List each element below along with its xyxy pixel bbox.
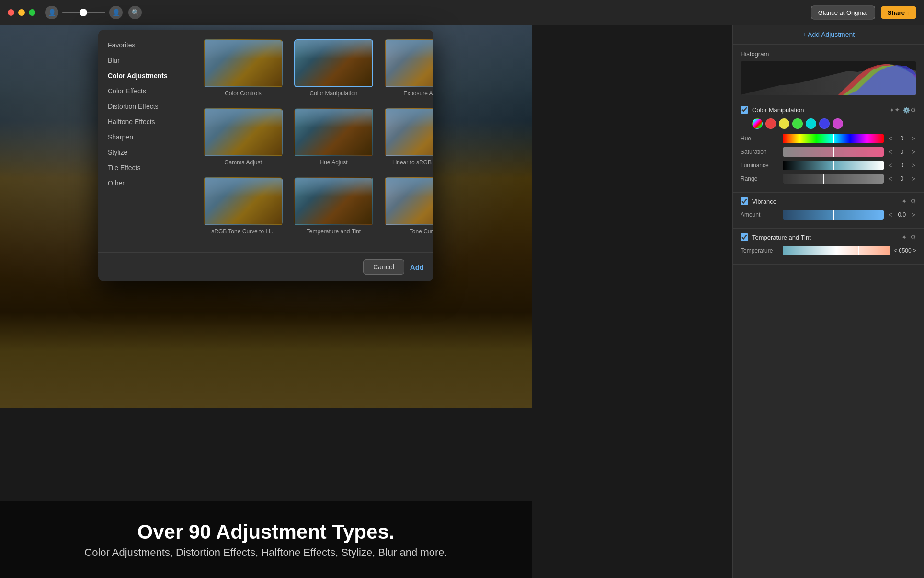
titlebar-actions: Glance at Original Share ↑ — [811, 6, 916, 20]
saturation-slider[interactable] — [783, 147, 884, 157]
sidebar-item-favorites[interactable]: Favorites — [98, 37, 194, 53]
filter-name-color-manipulation: Color Manipulation — [309, 90, 357, 97]
cancel-button[interactable]: Cancel — [363, 259, 404, 275]
wand-icon[interactable]: ✦ — [890, 106, 900, 114]
color-circle-cyan[interactable] — [806, 118, 816, 129]
sidebar-item-tile-effects[interactable]: Tile Effects — [98, 160, 194, 175]
sidebar-item-color-adjustments[interactable]: Color Adjustments — [98, 68, 194, 83]
temperature-value: < 6500 > — [894, 247, 916, 254]
luminance-label: Luminance — [741, 162, 779, 169]
maximize-button[interactable] — [29, 9, 35, 16]
color-circle-red[interactable] — [765, 118, 776, 129]
temperature-tint-title: Temperature and Tint — [752, 234, 898, 241]
color-manipulation-title: Color Manipulation — [752, 106, 886, 114]
close-button[interactable] — [8, 9, 14, 16]
saturation-value: 0 — [895, 149, 909, 155]
filter-grid-container: Color Controls Color Manipulation Exposu… — [194, 30, 433, 252]
filter-thumb-color-manipulation — [294, 39, 373, 87]
vibrance-wand-icon[interactable]: ✦ — [901, 197, 907, 205]
minimize-button[interactable] — [18, 9, 25, 16]
range-value: 0 — [895, 175, 909, 182]
filter-thumb-linear-to-srgb — [385, 108, 433, 156]
range-slider[interactable] — [783, 174, 884, 184]
sidebar-item-blur[interactable]: Blur — [98, 53, 194, 68]
histogram-section: Histogram — [733, 45, 924, 101]
saturation-decrement[interactable]: < — [888, 148, 893, 156]
sidebar-item-halftone-effects[interactable]: Halftone Effects — [98, 114, 194, 129]
color-circle-yellow[interactable] — [779, 118, 789, 129]
luminance-decrement[interactable]: < — [888, 162, 893, 169]
sidebar-item-distortion-effects[interactable]: Distortion Effects — [98, 99, 194, 114]
hue-decrement[interactable]: < — [888, 135, 893, 142]
temperature-tint-checkbox[interactable] — [741, 233, 748, 241]
temperature-slider[interactable] — [783, 246, 890, 255]
add-adjustment-button[interactable]: + Add Adjustment — [802, 31, 855, 38]
luminance-value-controls: < 0 > — [888, 162, 916, 169]
filter-name-linear-to-srgb: Linear to sRGB Tone C... — [392, 159, 433, 166]
glance-at-original-button[interactable]: Glance at Original — [811, 6, 875, 20]
brightness-slider[interactable] — [62, 12, 105, 13]
color-circle-blue[interactable] — [819, 118, 830, 129]
range-value-controls: < 0 > — [888, 175, 916, 183]
filter-name-tone-curve: Tone Curve — [410, 228, 433, 235]
filter-tone-curve[interactable]: Tone Curve — [383, 175, 433, 237]
filter-name-hue-adjust: Hue Adjust — [319, 159, 347, 166]
amount-slider[interactable] — [783, 210, 884, 220]
temperature-tint-section: Temperature and Tint ✦ ⚙ Temperature < 6… — [733, 229, 924, 265]
hue-increment[interactable]: > — [911, 135, 916, 142]
user-icon-right: 👤 — [109, 6, 123, 19]
range-increment[interactable]: > — [911, 175, 916, 183]
range-decrement[interactable]: < — [888, 175, 893, 183]
filter-thumb-temperature-tint — [294, 177, 373, 225]
filter-name-temperature-tint: Temperature and Tint — [307, 228, 361, 235]
vibrance-gear-icon[interactable]: ⚙ — [910, 197, 916, 205]
add-button[interactable]: Add — [410, 263, 424, 271]
saturation-slider-row: Saturation < 0 > — [741, 147, 916, 157]
amount-decrement[interactable]: < — [888, 211, 893, 219]
vibrance-checkbox[interactable] — [741, 197, 748, 205]
luminance-increment[interactable]: > — [911, 162, 916, 169]
temperature-tint-header: Temperature and Tint ✦ ⚙ — [741, 233, 916, 241]
color-circle-green[interactable] — [792, 118, 803, 129]
filter-name-gamma-adjust: Gamma Adjust — [224, 159, 262, 166]
sidebar-item-stylize[interactable]: Stylize — [98, 145, 194, 160]
user-icon-left: 👤 — [45, 6, 58, 19]
search-icon[interactable]: 🔍 — [128, 6, 142, 19]
color-manipulation-header: Color Manipulation ✦ ⚙ — [741, 106, 916, 114]
gear-icon[interactable]: ⚙ — [903, 106, 916, 114]
color-circle-magenta[interactable] — [833, 118, 843, 129]
temp-gear-icon[interactable]: ⚙ — [910, 233, 916, 241]
hue-label: Hue — [741, 135, 779, 142]
filter-hue-adjust[interactable]: Hue Adjust — [292, 106, 375, 168]
color-manipulation-checkbox[interactable] — [741, 106, 748, 114]
filter-dialog: Favorites Blur Color Adjustments Color E… — [98, 30, 433, 281]
filter-linear-to-srgb[interactable]: Linear to sRGB Tone C... — [383, 106, 433, 168]
color-manipulation-section: Color Manipulation ✦ ⚙ Hue < 0 — [733, 101, 924, 193]
filter-color-controls[interactable]: Color Controls — [202, 37, 285, 99]
filter-gamma-adjust[interactable]: Gamma Adjust — [202, 106, 285, 168]
hue-slider[interactable] — [783, 134, 884, 143]
range-slider-row: Range < 0 > — [741, 174, 916, 184]
share-button[interactable]: Share ↑ — [881, 6, 916, 19]
color-wheel-icon[interactable] — [752, 118, 763, 129]
filter-temperature-tint[interactable]: Temperature and Tint — [292, 175, 375, 237]
temperature-value-controls: < 6500 > — [894, 247, 916, 254]
brightness-control: 👤 👤 — [45, 6, 123, 19]
amount-increment[interactable]: > — [911, 211, 916, 219]
sidebar-item-other[interactable]: Other — [98, 175, 194, 191]
filter-thumb-hue-adjust — [294, 108, 373, 156]
dialog-overlay: Favorites Blur Color Adjustments Color E… — [0, 25, 532, 408]
filter-color-manipulation[interactable]: Color Manipulation — [292, 37, 375, 99]
filter-exposure-adjust[interactable]: Exposure Adjust — [383, 37, 433, 99]
sidebar-item-sharpen[interactable]: Sharpen — [98, 129, 194, 145]
sidebar-item-color-effects[interactable]: Color Effects — [98, 83, 194, 99]
right-panel: + Add Adjustment Histogram — [732, 25, 924, 578]
filter-sidebar: Favorites Blur Color Adjustments Color E… — [98, 30, 194, 252]
luminance-slider[interactable] — [783, 161, 884, 170]
filter-name-color-controls: Color Controls — [225, 90, 262, 97]
filter-srgb-tone-curve[interactable]: sRGB Tone Curve to Li... — [202, 175, 285, 237]
filter-thumb-gamma-adjust — [204, 108, 283, 156]
luminance-slider-row: Luminance < 0 > — [741, 161, 916, 170]
temp-wand-icon[interactable]: ✦ — [901, 233, 907, 241]
saturation-increment[interactable]: > — [911, 148, 916, 156]
